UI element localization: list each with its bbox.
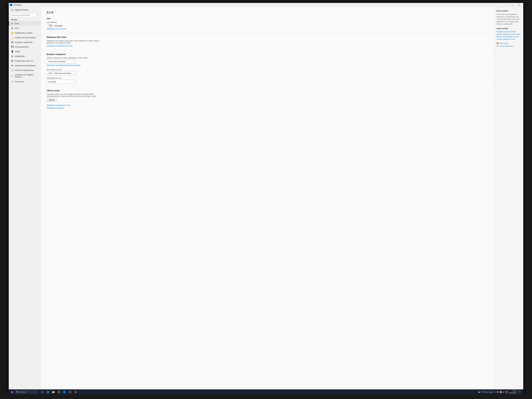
durma-melhor-section: Durma melhor A luz noturna pode ajudá-lo…: [497, 10, 521, 25]
sidebar: 🏠 Página Principal 🔍 Sistema 🖥 Ecrã 🔊 So…: [9, 7, 41, 389]
search-icon: 🔍: [36, 14, 38, 16]
obter-ajuda-link[interactable]: 🙋 Obter ajuda: [497, 42, 521, 44]
web-help-link-2[interactable]: Alterar a luminosidade do ecrã: [497, 36, 521, 38]
explorer-button[interactable]: 📁: [51, 389, 56, 395]
sidebar-items-list: 🖥 Ecrã 🔊 Som 🔔 Notificações e ações 🌙 Au…: [9, 21, 41, 84]
varios-ecras-description: É possível que ecrãs mais antigos não se…: [47, 93, 105, 97]
sidebar-label-som: Som: [15, 27, 19, 29]
page-title: Ecrã: [47, 11, 488, 14]
toggle-knob: [47, 25, 49, 27]
sidebar-icon-energia: ⏻: [11, 41, 13, 43]
sidebar-icon-projetar: 📽: [11, 60, 13, 62]
section-varios-ecras-title: Vários ecrãs: [47, 89, 488, 92]
scale-label: Alterar o tamanho do texto, aplicações e…: [47, 57, 488, 59]
taskbar-search-box[interactable]: 🔍 Procurar: [15, 390, 38, 394]
keyboard-icon: ⌨: [497, 391, 499, 393]
section-escala-title: Escala e esquema: [47, 53, 488, 55]
edge-button[interactable]: 🌐: [45, 389, 51, 395]
sidebar-item-armazenamento[interactable]: 💾 Armazenamento: [9, 44, 41, 49]
chevron-down-icon-3: ▾: [74, 81, 74, 83]
orientation-dropdown[interactable]: Horizontal ▾: [47, 80, 76, 84]
advanced-ecra-link[interactable]: Definições avançadas do ecrã: [47, 104, 488, 106]
scale-dropdown[interactable]: 100% (Recomendado) ▾: [47, 59, 76, 63]
sidebar-home-button[interactable]: 🏠 Página Principal: [9, 7, 41, 13]
detetar-button[interactable]: Detetar: [47, 98, 57, 102]
close-button[interactable]: ✕: [516, 3, 522, 7]
resolution-value: 1920 × 1080 (Recomendado): [48, 72, 71, 74]
luz-noturna-toggle[interactable]: [47, 24, 52, 27]
sidebar-icon-notificacoes: 🔔: [11, 32, 13, 34]
sidebar-item-multitarefas[interactable]: ⊞ Multitarefas: [9, 54, 41, 58]
sidebar-item-acerca[interactable]: ℹ Acerca de: [9, 79, 41, 84]
mail-button[interactable]: ✉: [67, 389, 73, 395]
settings-button[interactable]: ⚙: [73, 389, 78, 395]
volume-icon[interactable]: 🔊: [503, 391, 505, 393]
sidebar-item-tablet[interactable]: 📱 Tablet: [9, 49, 41, 54]
enviar-comentarios-label: Enviar comentários: [500, 45, 513, 47]
weather-text: 17°C Parc. Ensol.: [481, 391, 494, 393]
battery-icon: 🔋: [506, 391, 508, 393]
window-controls: ─ □ ✕: [503, 3, 522, 7]
hdcolor-link[interactable]: Definições do Windows HD Color: [47, 45, 72, 47]
taskbar: ⊞ 🔍 Procurar ⧉ 🌐 📁 🛍 🔵 ✉ ⚙ ⛅ 17°C Parc. …: [9, 389, 523, 395]
sidebar-icon-area: 📋: [11, 69, 13, 71]
chevron-down-icon-2: ▾: [74, 73, 74, 74]
sidebar-search-input[interactable]: [11, 13, 39, 17]
ajuda-web-section: Ajuda na Web Configurar vários monitores…: [497, 28, 521, 40]
enviar-comentarios-link[interactable]: 💬 Enviar comentários: [497, 45, 521, 47]
graficos-link[interactable]: Definições de gráficos: [47, 107, 64, 109]
sidebar-search-container: 🔍: [11, 13, 39, 17]
sidebar-label-tablet: Tablet: [15, 51, 20, 53]
sidebar-item-projetar[interactable]: 📽 Projetar para este PC: [9, 58, 41, 63]
sidebar-icon-ambiente: ✴: [11, 75, 13, 77]
sidebar-item-notificacoes[interactable]: 🔔 Notificações e ações: [9, 31, 41, 35]
store-button[interactable]: 🛍: [56, 389, 62, 395]
task-view-button[interactable]: ⧉: [40, 389, 45, 395]
hdcolor-description: Obtenha uma imagem mais clara e mais vib…: [47, 40, 105, 44]
sidebar-label-energia: Energia e suspensão: [15, 41, 33, 43]
sidebar-label-auxiliar: Auxiliar de concentração: [15, 37, 36, 39]
taskbar-weather[interactable]: ⛅ 17°C Parc. Ensol.: [478, 391, 494, 393]
sidebar-home-label: Página Principal: [15, 9, 28, 11]
sidebar-item-area[interactable]: 📋 Área de Transferência: [9, 68, 41, 72]
time-display: 11:45: [513, 390, 516, 392]
chrome-button[interactable]: 🔵: [62, 389, 67, 395]
sidebar-item-auxiliar[interactable]: 🌙 Auxiliar de concentração: [9, 35, 41, 40]
web-help-link-3[interactable]: Corrigir cintilação do ecrã: [497, 38, 521, 40]
sidebar-item-energia[interactable]: ⏻ Energia e suspensão: [9, 40, 41, 44]
resolution-dropdown[interactable]: 1920 × 1080 (Recomendado) ▾: [47, 71, 76, 75]
sidebar-label-area: Área de Transferência: [15, 69, 33, 71]
definicoes-luz-noturna-link[interactable]: Definições de luz noturna: [47, 28, 66, 30]
resolution-label: Resolução do ecrã: [47, 69, 488, 71]
network-icon[interactable]: 📶: [500, 391, 502, 393]
sidebar-icon-acerca: ℹ: [11, 80, 13, 83]
minimize-button[interactable]: ─: [503, 3, 509, 7]
orientation-value: Horizontal: [48, 81, 56, 83]
sidebar-label-multitarefas: Multitarefas: [15, 55, 25, 57]
taskbar-time[interactable]: 11:45 14/11/2023: [509, 390, 516, 394]
taskbar-pinned-icons: ⧉ 🌐 📁 🛍 🔵 ✉ ⚙: [40, 389, 78, 395]
sidebar-icon-auxiliar: 🌙: [11, 36, 13, 39]
sidebar-item-som[interactable]: 🔊 Som: [9, 26, 41, 31]
sidebar-section-label: Sistema: [9, 18, 41, 21]
sidebar-item-ecra[interactable]: 🖥 Ecrã: [9, 21, 41, 26]
taskbar-right-area: ⛅ 17°C Parc. Ensol. ∧ ⌨ 📶 🔊 🔋 11:45 14/1…: [478, 389, 523, 395]
web-help-link-1[interactable]: Ajustar o tamanho do tipo de letra: [497, 33, 521, 35]
main-content: Ecrã Cor Luz noturna Desligado Definiçõe…: [41, 7, 494, 389]
maximize-button[interactable]: □: [510, 3, 516, 7]
sidebar-item-ambiente[interactable]: ✴ Ambiente de Trabalho Remoto: [9, 72, 41, 79]
feedback-icon: 💬: [497, 45, 499, 47]
advanced-scale-link[interactable]: Definições avançadas de dimensionamento: [47, 64, 81, 66]
sidebar-item-experiencias[interactable]: ✖ Experiências partilhadas: [9, 63, 41, 68]
web-help-link-0[interactable]: Configurar vários monitores: [497, 31, 521, 32]
weather-icon: ⛅: [478, 391, 480, 393]
start-button[interactable]: ⊞: [9, 389, 15, 395]
luz-noturna-row: Desligado: [47, 24, 488, 27]
sidebar-label-acerca: Acerca de: [15, 81, 24, 83]
scale-value: 100% (Recomendado): [48, 61, 66, 63]
window-body: 🏠 Página Principal 🔍 Sistema 🖥 Ecrã 🔊 So…: [9, 7, 523, 389]
orientation-label: Orientação do ecrã: [47, 77, 488, 79]
notification-button[interactable]: 🗨: [517, 389, 521, 395]
help-section: 🙋 Obter ajuda 💬 Enviar comentários: [497, 42, 521, 47]
chevron-up-icon[interactable]: ∧: [495, 391, 496, 393]
